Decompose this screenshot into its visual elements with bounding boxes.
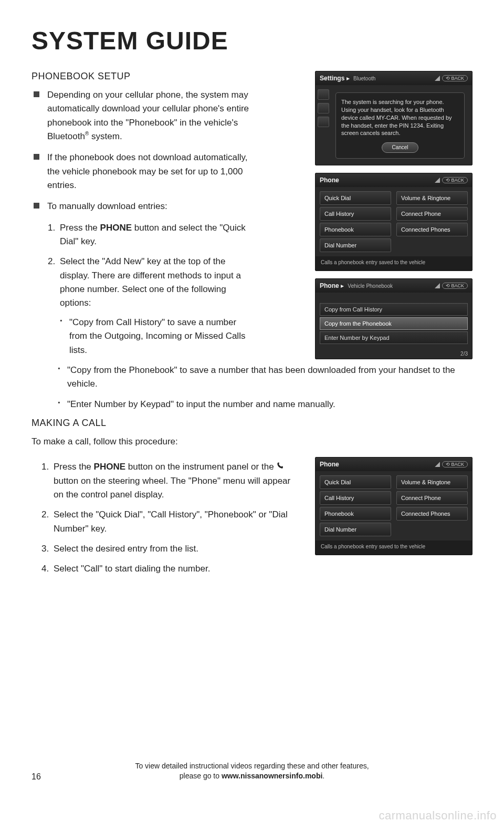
numbered-list: Press the PHONE button and select the "Q… xyxy=(32,221,252,357)
list-item: "Enter Number by Keypad" to input the nu… xyxy=(67,398,472,411)
phone-handset-icon xyxy=(276,461,284,471)
breadcrumb-leaf: Bluetooth xyxy=(353,76,375,81)
screenshot-header: Phone ▸ Vehicle Phonebook ⟲ BACK xyxy=(316,279,472,293)
menu-item-call-history[interactable]: Call History xyxy=(320,491,391,505)
making-a-call-section: MAKING A CALL To make a call, follow thi… xyxy=(32,418,472,583)
list-item-copy-call-history[interactable]: Copy from Call History xyxy=(320,303,468,316)
breadcrumb-leaf: Vehicle Phonebook xyxy=(348,283,393,289)
footer-line1: To view detailed instructional videos re… xyxy=(32,761,472,772)
phone-button-label: PHONE xyxy=(100,223,132,233)
breadcrumb-root: Phone xyxy=(320,282,339,289)
menu-item-dial-number[interactable]: Dial Number xyxy=(320,523,391,536)
sub-bullet-list: "Copy from Call History" to save a numbe… xyxy=(60,316,252,357)
list-item-enter-keypad[interactable]: Enter Number by Keypad xyxy=(320,331,468,344)
menu-item-dial-number[interactable]: Dial Number xyxy=(320,238,391,252)
pager-indicator: 2/3 xyxy=(316,350,472,359)
making-call-body: Press the PHONE button on the instrument… xyxy=(32,455,472,582)
menu-item-connect-phone[interactable]: Connect Phone xyxy=(396,207,468,221)
signal-icon xyxy=(435,283,440,288)
footer-link[interactable]: www.nissanownersinfo.mobi xyxy=(222,772,322,780)
status-icons: ⟲ BACK xyxy=(435,461,468,467)
menu-item-quick-dial[interactable]: Quick Dial xyxy=(320,475,391,489)
chevron-right-icon: ▸ xyxy=(346,75,350,82)
breadcrumb: Settings ▸ Bluetooth xyxy=(320,75,375,82)
body-text: Press the xyxy=(60,223,100,233)
back-button[interactable]: ⟲ BACK xyxy=(442,177,468,183)
screenshot-body: Quick Dial Call History Phonebook Dial N… xyxy=(316,471,472,540)
menu-item-connected-phones[interactable]: Connected Phones xyxy=(396,223,468,236)
side-strip-icons xyxy=(318,89,329,127)
footer-text: please go to xyxy=(180,772,222,780)
menu-item-volume-ringtone[interactable]: Volume & Ringtone xyxy=(396,191,468,205)
screenshot-body: Copy from Call History Copy from the Pho… xyxy=(316,293,472,350)
body-text: Press the xyxy=(54,462,94,472)
making-call-text: Press the PHONE button on the instrument… xyxy=(32,455,302,582)
screenshot-vehicle-phonebook: Phone ▸ Vehicle Phonebook ⟲ BACK Copy fr… xyxy=(315,278,472,359)
menu-item-connect-phone[interactable]: Connect Phone xyxy=(396,491,468,505)
screenshot-holder: Phone ⟲ BACK Quick Dial Call History xyxy=(315,455,472,582)
breadcrumb-root: Phone xyxy=(320,176,339,184)
page-title: SYSTEM GUIDE xyxy=(32,26,472,55)
body-text: button on the steering wheel. The "Phone… xyxy=(54,476,290,500)
menu-item-volume-ringtone[interactable]: Volume & Ringtone xyxy=(396,475,468,489)
menu-left-col: Quick Dial Call History Phonebook Dial N… xyxy=(320,475,391,536)
list-item-copy-phonebook[interactable]: Copy from the Phonebook xyxy=(320,317,468,330)
page-root: SYSTEM GUIDE Settings ▸ Bluetooth ⟲ BACK xyxy=(0,0,504,832)
signal-icon xyxy=(435,178,440,183)
body-text: Depending on your cellular phone, the sy… xyxy=(47,90,249,141)
screenshot-caption: Calls a phonebook entry saved to the veh… xyxy=(316,540,472,555)
list-item: Press the PHONE button and select the "Q… xyxy=(58,221,252,249)
screenshot-caption: Calls a phonebook entry saved to the veh… xyxy=(316,256,472,271)
screenshots-column: Settings ▸ Bluetooth ⟲ BACK The system i… xyxy=(315,71,472,367)
breadcrumb-root: Settings xyxy=(320,75,344,82)
section-heading-making-call: MAKING A CALL xyxy=(32,418,472,429)
list-item: Select the "Quick Dial", "Call History",… xyxy=(51,508,302,536)
menu-item-connected-phones[interactable]: Connected Phones xyxy=(396,507,468,521)
list-item: "Copy from Call History" to save a numbe… xyxy=(69,316,252,357)
signal-icon xyxy=(435,76,440,81)
footer-note: To view detailed instructional videos re… xyxy=(32,761,472,782)
phonebook-setup-body: Depending on your cellular phone, the sy… xyxy=(32,88,252,357)
menu-item-phonebook[interactable]: Phonebook xyxy=(320,223,391,236)
list-item: Select the "Add New" key at the top of t… xyxy=(58,255,252,357)
screenshot-header: Phone ⟲ BACK xyxy=(316,457,472,471)
chevron-right-icon: ▸ xyxy=(341,282,344,289)
screenshot-phone-menu: Phone ⟲ BACK Quick Dial Call History Pho… xyxy=(315,173,472,271)
menu-item-phonebook[interactable]: Phonebook xyxy=(320,507,391,521)
back-button[interactable]: ⟲ BACK xyxy=(442,75,468,81)
status-icons: ⟲ BACK xyxy=(435,177,468,183)
screenshot-body: The system is searching for your phone. … xyxy=(316,85,472,165)
watermark: carmanualsonline.info xyxy=(379,809,497,823)
breadcrumb-root: Phone xyxy=(320,461,339,468)
intro-text: To make a call, follow this procedure: xyxy=(32,435,472,449)
footer-text: . xyxy=(322,772,324,780)
footer-line2: please go to www.nissanownersinfo.mobi. xyxy=(32,771,472,782)
menu-item-call-history[interactable]: Call History xyxy=(320,207,391,221)
numbered-list: Press the PHONE button on the instrument… xyxy=(32,460,302,576)
back-button[interactable]: ⟲ BACK xyxy=(442,461,468,467)
status-icons: ⟲ BACK xyxy=(435,75,468,81)
list-item: Depending on your cellular phone, the sy… xyxy=(47,88,252,143)
list-item: Press the PHONE button on the instrument… xyxy=(51,460,302,502)
screenshot-settings-bluetooth: Settings ▸ Bluetooth ⟲ BACK The system i… xyxy=(315,71,472,165)
back-button-label: BACK xyxy=(451,76,464,81)
search-dialog: The system is searching for your phone. … xyxy=(335,92,465,159)
back-button[interactable]: ⟲ BACK xyxy=(442,283,468,289)
back-button-label: BACK xyxy=(451,178,464,183)
menu-left-col: Quick Dial Call History Phonebook Dial N… xyxy=(320,191,391,252)
sub-bullet-list-wide: "Copy from the Phonebook" to save a numb… xyxy=(32,363,472,411)
list-item: Select "Call" to start dialing the numbe… xyxy=(51,562,302,576)
dialog-text: The system is searching for your phone. … xyxy=(341,98,459,137)
list-item: If the phonebook does not download autom… xyxy=(47,151,252,192)
screenshot-header: Settings ▸ Bluetooth ⟲ BACK xyxy=(316,71,472,85)
cancel-button[interactable]: Cancel xyxy=(382,142,418,153)
menu-item-quick-dial[interactable]: Quick Dial xyxy=(320,191,391,205)
bullet-list: Depending on your cellular phone, the sy… xyxy=(32,88,252,214)
menu-right-col: Volume & Ringtone Connect Phone Connecte… xyxy=(396,475,468,536)
screenshot-body: Quick Dial Call History Phonebook Dial N… xyxy=(316,187,472,256)
content-block: Settings ▸ Bluetooth ⟲ BACK The system i… xyxy=(32,71,472,583)
back-button-label: BACK xyxy=(451,462,464,467)
list-item: Select the desired entry from the list. xyxy=(51,542,302,556)
phone-button-label: PHONE xyxy=(94,462,125,472)
screenshot-phone-menu-2: Phone ⟲ BACK Quick Dial Call History xyxy=(315,457,472,555)
